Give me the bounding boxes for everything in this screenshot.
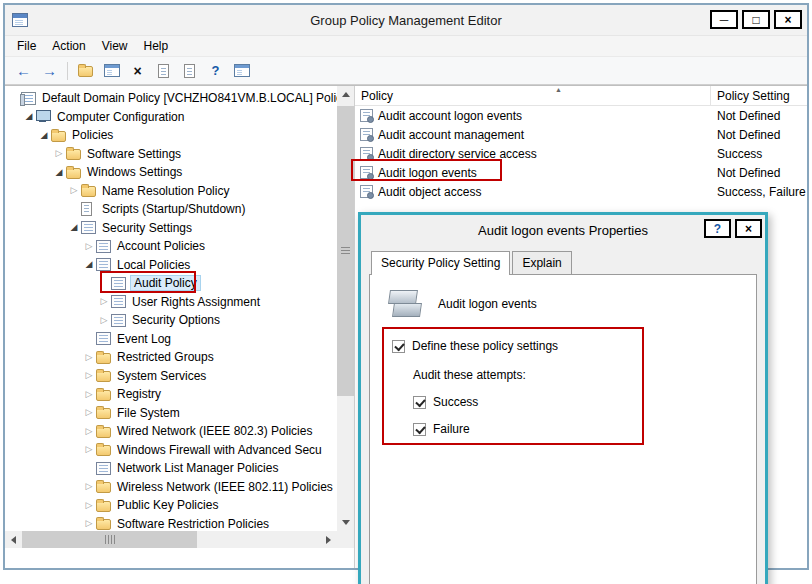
dialog-help-button[interactable]: ? [704,219,731,238]
show-action-pane-button[interactable] [229,59,254,82]
expander-expanded-icon[interactable]: ◢ [67,223,81,232]
tree-item-computer-configuration[interactable]: ◢ Computer Configuration [5,108,337,127]
audit-attempts-label: Audit these attempts: [413,368,756,382]
back-button[interactable]: ← [11,59,36,82]
menu-file[interactable]: File [9,37,44,55]
folder-icon [96,408,111,419]
tree-item-policies[interactable]: ◢ Policies [5,126,337,145]
success-checkbox[interactable] [413,396,426,409]
list-row-audit-account-logon-events[interactable]: Audit account logon events Not Defined [355,106,807,125]
tree-item-default-domain-policy[interactable]: Default Domain Policy [VCHZHO841VM.B.LOC… [5,89,337,108]
expander-collapsed-icon[interactable]: ▷ [82,390,96,399]
security-policy-setting-panel: Audit logon events Define these policy s… [369,274,757,584]
expander-collapsed-icon[interactable]: ▷ [82,353,96,362]
tree-item-scripts[interactable]: Scripts (Startup/Shutdown) [5,200,337,219]
expander-expanded-icon[interactable]: ◢ [82,260,96,269]
failure-checkbox[interactable] [413,423,426,436]
folder-icon [96,390,111,401]
tree-item-file-system[interactable]: ▷ File System [5,404,337,423]
expander-collapsed-icon[interactable]: ▷ [82,482,96,491]
tree-item-windows-settings[interactable]: ◢ Windows Settings [5,163,337,182]
tree-item-wired-network-policies[interactable]: ▷ Wired Network (IEEE 802.3) Policies [5,422,337,441]
list-row-audit-directory-service-access[interactable]: Audit directory service access Success [355,144,807,163]
policy-book-icon [111,295,126,308]
tab-explain[interactable]: Explain [512,251,571,274]
expander-collapsed-icon[interactable]: ▷ [82,242,96,251]
expander-collapsed-icon[interactable]: ▷ [82,371,96,380]
tree-item-audit-policy[interactable]: Audit Policy [5,274,337,293]
list-row-audit-object-access[interactable]: Audit object access Success, Failure [355,182,807,201]
help-icon: ? [212,64,220,77]
tree-item-account-policies[interactable]: ▷ Account Policies [5,237,337,256]
dialog-tabstrip: Security Policy Setting Explain [369,251,757,274]
scroll-up-button[interactable] [337,86,354,103]
tree-horizontal-scrollbar[interactable] [5,531,337,548]
vertical-scroll-thumb[interactable] [337,106,354,396]
scroll-right-button[interactable] [320,531,337,548]
dialog-close-button[interactable]: × [735,219,762,238]
expander-collapsed-icon[interactable]: ▷ [97,316,111,325]
tree-item-windows-firewall[interactable]: ▷ Windows Firewall with Advanced Secu [5,441,337,460]
help-button[interactable]: ? [203,59,228,82]
tree-item-restricted-groups[interactable]: ▷ Restricted Groups [5,348,337,367]
tree-item-name-resolution-policy[interactable]: ▷ Name Resolution Policy [5,182,337,201]
horizontal-scroll-thumb[interactable] [22,531,197,548]
expander-collapsed-icon[interactable]: ▷ [97,297,111,306]
expander-collapsed-icon[interactable]: ▷ [82,427,96,436]
tree-item-network-list-manager-policies[interactable]: Network List Manager Policies [5,459,337,478]
menu-action[interactable]: Action [44,37,93,55]
tree-item-security-settings[interactable]: ◢ Security Settings [5,219,337,238]
success-label[interactable]: Success [433,395,478,409]
scroll-down-button[interactable] [337,514,354,531]
tree-item-system-services[interactable]: ▷ System Services [5,367,337,386]
horizontal-scroll-track[interactable] [22,531,320,548]
define-policy-label[interactable]: Define these policy settings [412,339,558,353]
expander-expanded-icon[interactable]: ◢ [22,112,36,121]
toolbar: ← → × ? [5,56,807,85]
console-tree-icon [104,64,120,77]
expander-collapsed-icon[interactable]: ▷ [67,186,81,195]
tree-item-software-restriction-policies[interactable]: ▷ Software Restriction Policies [5,515,337,532]
list-row-audit-logon-events[interactable]: Audit logon events Not Defined [355,163,807,182]
forward-button[interactable]: → [37,59,62,82]
tree-item-user-rights-assignment[interactable]: ▷ User Rights Assignment [5,293,337,312]
close-button[interactable]: × [774,10,802,29]
tree-item-software-settings[interactable]: ▷ Software Settings [5,145,337,164]
tab-security-policy-setting[interactable]: Security Policy Setting [371,251,510,275]
expander-collapsed-icon[interactable]: ▷ [82,519,96,528]
action-pane-icon [234,64,250,77]
tree-item-public-key-policies[interactable]: ▷ Public Key Policies [5,496,337,515]
maximize-button[interactable]: □ [742,10,770,29]
tree-item-wireless-network-policies[interactable]: ▷ Wireless Network (IEEE 802.11) Policie… [5,478,337,497]
expander-collapsed-icon[interactable]: ▷ [82,501,96,510]
dialog-body: Security Policy Setting Explain Audit lo… [369,251,757,584]
delete-button[interactable]: × [125,59,150,82]
expander-collapsed-icon[interactable]: ▷ [52,149,66,158]
column-header-policy[interactable]: Policy ▲ [355,86,711,105]
menu-view[interactable]: View [94,37,136,55]
forward-arrow-icon: → [42,63,57,78]
tree-item-registry[interactable]: ▷ Registry [5,385,337,404]
failure-label[interactable]: Failure [433,422,470,436]
expander-collapsed-icon[interactable]: ▷ [82,408,96,417]
audit-logon-events-properties-dialog: Audit logon events Properties ? × Securi… [358,212,768,584]
tree-item-local-policies[interactable]: ◢ Local Policies [5,256,337,275]
properties-button[interactable] [177,59,202,82]
network-list-icon [96,462,111,475]
list-row-audit-account-management[interactable]: Audit account management Not Defined [355,125,807,144]
menu-help[interactable]: Help [136,37,177,55]
tree-vertical-scrollbar[interactable] [337,86,354,531]
expander-expanded-icon[interactable]: ◢ [52,168,66,177]
export-list-button[interactable] [151,59,176,82]
tree-item-event-log[interactable]: Event Log [5,330,337,349]
show-console-tree-button[interactable] [99,59,124,82]
expander-expanded-icon[interactable]: ◢ [37,131,51,140]
define-policy-checkbox[interactable] [392,340,405,353]
title-bar: Group Policy Management Editor ─ □ × [5,5,807,35]
tree-item-security-options[interactable]: ▷ Security Options [5,311,337,330]
scroll-left-button[interactable] [5,531,22,548]
column-header-policy-setting[interactable]: Policy Setting [711,86,807,105]
expander-collapsed-icon[interactable]: ▷ [82,445,96,454]
up-one-level-button[interactable] [73,59,98,82]
minimize-button[interactable]: ─ [710,10,738,29]
